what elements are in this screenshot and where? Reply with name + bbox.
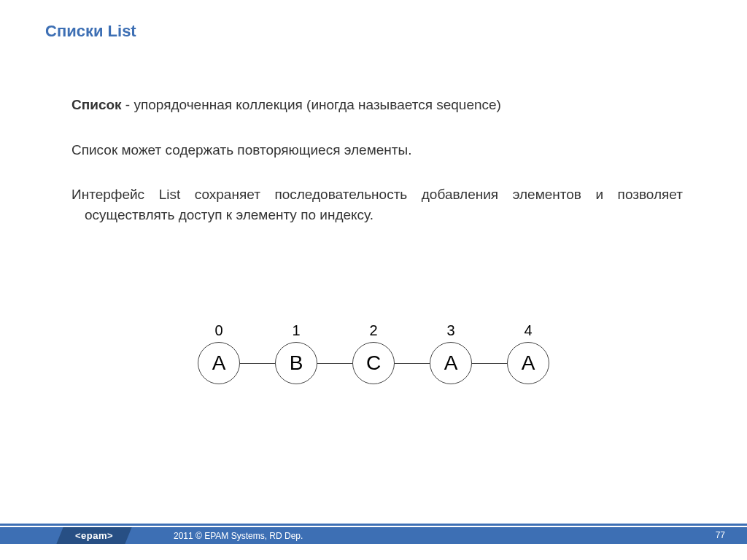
node-index: 3	[446, 322, 454, 339]
node-index: 1	[292, 322, 300, 339]
node-circle: A	[198, 342, 240, 384]
slide-title: Списки List	[45, 22, 136, 41]
list-diagram: 0 A 1 B 2 C 3 A 4 A	[0, 322, 747, 384]
node-chain: 0 A 1 B 2 C 3 A 4 A	[198, 322, 549, 384]
list-node: 3 A	[430, 322, 472, 384]
paragraph-2: Список может содержать повторяющиеся эле…	[71, 140, 683, 160]
node-circle: A	[507, 342, 549, 384]
paragraph-1: Список - упорядоченная коллекция (иногда…	[71, 95, 683, 115]
node-circle: C	[352, 342, 395, 384]
node-index: 4	[524, 322, 532, 339]
paragraph-1-lead: Список	[71, 97, 122, 112]
slide-body: Список - упорядоченная коллекция (иногда…	[71, 95, 683, 225]
node-circle: B	[275, 342, 317, 384]
slide: Списки List Список - упорядоченная колле…	[0, 0, 747, 560]
paragraph-3: Интерфейс List сохраняет последовательно…	[71, 184, 683, 225]
node-link	[317, 363, 352, 365]
node-index: 0	[214, 322, 222, 339]
footer-accent-bar	[0, 524, 747, 526]
node-link	[240, 363, 275, 365]
footer-bar: <epam> 2011 © EPAM Systems, RD Dep. 77	[0, 527, 747, 544]
epam-logo-text: <epam>	[75, 530, 113, 541]
page-number: 77	[716, 527, 725, 544]
node-index: 2	[369, 322, 377, 339]
list-node: 2 C	[352, 322, 395, 384]
list-node: 1 B	[275, 322, 317, 384]
node-link	[472, 363, 507, 365]
epam-logo: <epam>	[56, 527, 131, 544]
copyright-text: 2011 © EPAM Systems, RD Dep.	[174, 531, 303, 541]
list-node: 0 A	[198, 322, 240, 384]
list-node: 4 A	[507, 322, 549, 384]
paragraph-1-rest: - упорядоченная коллекция (иногда называ…	[122, 97, 501, 112]
node-link	[395, 363, 430, 365]
footer: <epam> 2011 © EPAM Systems, RD Dep. 77	[0, 524, 747, 544]
node-circle: A	[430, 342, 472, 384]
